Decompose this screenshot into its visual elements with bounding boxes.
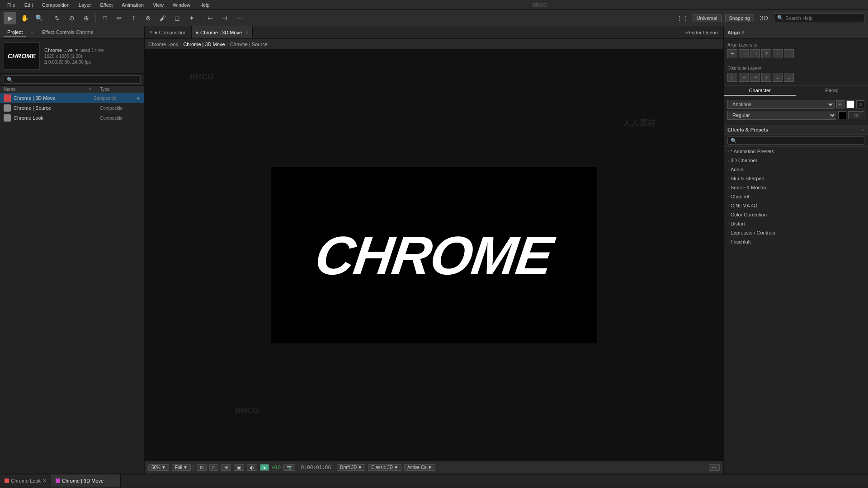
pan-behind-tool[interactable]: ⊕ bbox=[80, 12, 93, 24]
menu-edit[interactable]: Edit bbox=[21, 1, 37, 9]
fit-viewer-btn[interactable]: ⊡ bbox=[197, 464, 207, 471]
fx-item-3d-channel[interactable]: › 3D Channel bbox=[724, 156, 868, 165]
menu-effect[interactable]: Effect bbox=[96, 1, 116, 9]
menu-file[interactable]: File bbox=[4, 1, 19, 9]
font-style-dropdown[interactable]: Regular bbox=[727, 111, 836, 120]
render-queue-tab[interactable]: Render Queue bbox=[680, 26, 723, 38]
menu-help[interactable]: Help bbox=[196, 1, 213, 9]
fx-item-channel[interactable]: › Channel bbox=[724, 192, 868, 201]
align-left-btn[interactable]: ⊢ bbox=[727, 49, 737, 58]
text-tool[interactable]: T bbox=[127, 12, 140, 24]
list-item[interactable]: Chrome | 3D Move Compositio ⊞ bbox=[0, 93, 144, 103]
list-item[interactable]: Chrome | Source Compositio bbox=[0, 103, 144, 113]
tab-paragraph[interactable]: Parag bbox=[796, 86, 868, 96]
color-stroke-btn[interactable]: □ bbox=[856, 100, 864, 108]
selection-tool[interactable]: ▶ bbox=[4, 12, 16, 24]
dist-bottom-btn[interactable]: ⊥ bbox=[784, 73, 794, 82]
3d-toggle[interactable]: 3D bbox=[758, 12, 770, 24]
tab-effect-controls[interactable]: Effect Controls Chrome bbox=[38, 28, 97, 37]
channels-btn[interactable]: ◐ bbox=[247, 464, 257, 471]
puppet-tool[interactable]: ✦ bbox=[185, 12, 198, 24]
list-item[interactable]: Chrome Look Compositio bbox=[0, 113, 144, 123]
fx-item-cinema4d[interactable]: › CINEMA 4D bbox=[724, 201, 868, 210]
timeline-tab-close-1[interactable]: ✕ bbox=[42, 478, 46, 483]
fx-search-input[interactable] bbox=[727, 136, 864, 145]
dist-center-v-btn[interactable]: ⊥ bbox=[773, 73, 783, 82]
fx-menu-icon[interactable]: ≡ bbox=[862, 127, 864, 132]
fx-item-animation-presets[interactable]: › * Animation Presets bbox=[724, 147, 868, 156]
color-swatch-dark[interactable] bbox=[838, 111, 846, 119]
menu-animation[interactable]: Animation bbox=[118, 1, 147, 9]
tab-character[interactable]: Character bbox=[724, 86, 796, 96]
align-center-v-btn[interactable]: ⊥ bbox=[773, 49, 783, 58]
menu-window[interactable]: Window bbox=[169, 1, 194, 9]
rect-tool[interactable]: □ bbox=[99, 12, 111, 24]
align-menu-icon[interactable]: ≡ bbox=[742, 30, 745, 35]
tab-close-x[interactable]: ✕ bbox=[149, 30, 153, 35]
universal-button[interactable]: Universal bbox=[693, 14, 722, 22]
camera-btn[interactable]: 📷 bbox=[283, 464, 295, 471]
watermark: 人人素材 bbox=[623, 117, 656, 128]
quality-dropdown[interactable]: Full ▼ bbox=[172, 464, 191, 471]
search-help-box[interactable]: 🔍 bbox=[774, 14, 864, 22]
expand-tool[interactable]: ⋮⋮ bbox=[676, 12, 689, 24]
breadcrumb-chrome-look[interactable]: Chrome Look bbox=[148, 42, 178, 47]
breadcrumb-source[interactable]: Chrome | Source bbox=[230, 42, 268, 47]
fx-item-color-correction[interactable]: › Color Correction bbox=[724, 210, 868, 219]
zoom-dropdown[interactable]: 50% ▼ bbox=[148, 464, 169, 471]
breadcrumb-sep-2: › bbox=[227, 42, 228, 47]
menu-view[interactable]: View bbox=[149, 1, 167, 9]
align-bottom-btn[interactable]: ⊥ bbox=[784, 49, 794, 58]
color-btn[interactable]: ● bbox=[260, 464, 269, 471]
fx-item-audio[interactable]: › Audio bbox=[724, 165, 868, 174]
project-search-input[interactable] bbox=[4, 75, 141, 84]
viewer-canvas[interactable]: CHROME bbox=[271, 167, 597, 343]
fx-item-frischluft[interactable]: › Frischluft bbox=[724, 237, 868, 246]
timeline-tab-3d-move[interactable]: Chrome | 3D Move ≡ bbox=[51, 474, 121, 487]
dist-center-h-btn[interactable]: ⊣ bbox=[739, 73, 749, 82]
viewer-menu-btn[interactable]: ⋯ bbox=[709, 464, 720, 471]
align-right-tool[interactable]: ⋯ bbox=[233, 12, 245, 24]
zoom-tool[interactable]: 🔍 bbox=[33, 12, 45, 24]
fx-item-boris-fx[interactable]: › Boris FX Mocha bbox=[724, 183, 868, 192]
search-help-input[interactable] bbox=[785, 15, 861, 21]
clone-stamp-tool[interactable]: ⊗ bbox=[142, 12, 155, 24]
fx-item-expression-controls[interactable]: › Expression Controls bbox=[724, 228, 868, 237]
menu-layer[interactable]: Layer bbox=[75, 1, 95, 9]
dist-top-btn[interactable]: ⊤ bbox=[761, 73, 771, 82]
timeline-tab-chrome-look[interactable]: Chrome Look ✕ bbox=[0, 474, 51, 487]
menu-composition[interactable]: Composition bbox=[38, 1, 73, 9]
region-btn[interactable]: ⊞ bbox=[221, 464, 231, 471]
color-options-btn[interactable]: □□ bbox=[848, 111, 864, 119]
breadcrumb-3d-move[interactable]: Chrome | 3D Move bbox=[183, 42, 225, 47]
tab-chrome-look[interactable]: ✕ ■ Composition bbox=[145, 26, 192, 38]
dist-left-btn[interactable]: ⊢ bbox=[727, 73, 737, 82]
transparency-btn[interactable]: ▣ bbox=[234, 464, 244, 471]
align-right-btn[interactable]: ⊣ bbox=[750, 49, 760, 58]
snapshot-btn[interactable]: □ bbox=[209, 464, 218, 471]
font-name-dropdown[interactable]: Abolition bbox=[727, 100, 835, 109]
color-swatch-white[interactable] bbox=[846, 100, 854, 108]
align-top-btn[interactable]: ⊤ bbox=[761, 49, 771, 58]
fx-item-distort[interactable]: › Distort bbox=[724, 219, 868, 228]
align-left-tool[interactable]: ⊢ bbox=[204, 12, 217, 24]
eraser-tool[interactable]: ◻ bbox=[171, 12, 184, 24]
font-edit-btn[interactable]: ✏ bbox=[836, 100, 844, 108]
brush-tool[interactable]: 🖌 bbox=[156, 12, 169, 24]
hand-tool[interactable]: ✋ bbox=[18, 12, 31, 24]
rotate-tool[interactable]: ↻ bbox=[51, 12, 64, 24]
tab-3d-move[interactable]: ■ Chrome | 3D Move ≡ bbox=[192, 26, 253, 38]
timeline-tab-menu[interactable]: ≡ bbox=[105, 478, 115, 483]
active-cam-dropdown[interactable]: Active Ca ▼ bbox=[404, 464, 435, 471]
camera-orbit-tool[interactable]: ⊙ bbox=[66, 12, 78, 24]
snapping-button[interactable]: Snapping bbox=[725, 14, 755, 22]
pen-tool[interactable]: ✏ bbox=[113, 12, 126, 24]
dist-right-btn[interactable]: ⊣ bbox=[750, 73, 760, 82]
align-center-tool[interactable]: ⊣ bbox=[218, 12, 231, 24]
tab-project[interactable]: Project bbox=[4, 28, 26, 37]
renderer-dropdown[interactable]: Classic 3D ▼ bbox=[368, 464, 401, 471]
tab-menu-icon[interactable]: ≡ bbox=[245, 30, 248, 35]
fx-item-blur-sharpen[interactable]: › Blur & Sharpen bbox=[724, 174, 868, 183]
draft-3d-dropdown[interactable]: Draft 3D ▼ bbox=[337, 464, 365, 471]
align-center-h-btn[interactable]: ⊣ bbox=[739, 49, 749, 58]
